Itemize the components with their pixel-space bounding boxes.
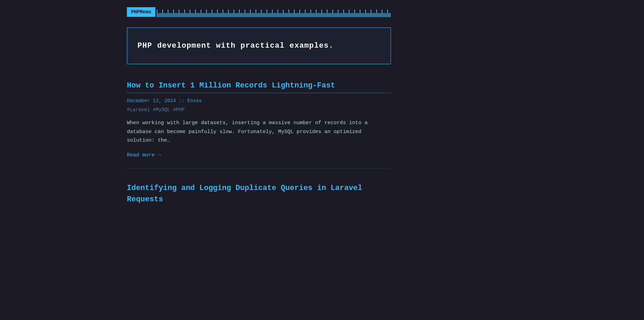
tick-marks: [155, 7, 391, 17]
article-1-excerpt: When working with large datasets, insert…: [127, 119, 391, 145]
article-1-title[interactable]: How to Insert 1 Million Records Lightnin…: [127, 81, 391, 90]
header-decoration: [155, 7, 391, 17]
site-logo[interactable]: PHPMemo: [127, 7, 155, 17]
article-1-tags: #Laravel #MySQL #PHP: [127, 107, 391, 112]
article-2-title[interactable]: Identifying and Logging Duplicate Querie…: [127, 182, 391, 205]
hero-box: PHP development with practical examples.: [127, 27, 391, 64]
main-content: PHPMemo PHP development with practical e…: [113, 0, 405, 320]
article-2: Identifying and Logging Duplicate Querie…: [127, 182, 391, 205]
article-1-divider: [127, 93, 391, 93]
article-bottom-divider: [127, 168, 391, 169]
hero-tagline: PHP development with practical examples.: [138, 42, 380, 50]
sidebar-right: [405, 0, 644, 320]
sidebar-left: [0, 0, 113, 320]
article-1-meta: December 12, 2024 :: Enxas: [127, 98, 391, 104]
article-1-read-more[interactable]: Read more →: [127, 152, 161, 158]
site-header: PHPMemo: [127, 7, 391, 17]
article-1: How to Insert 1 Million Records Lightnin…: [127, 81, 391, 158]
